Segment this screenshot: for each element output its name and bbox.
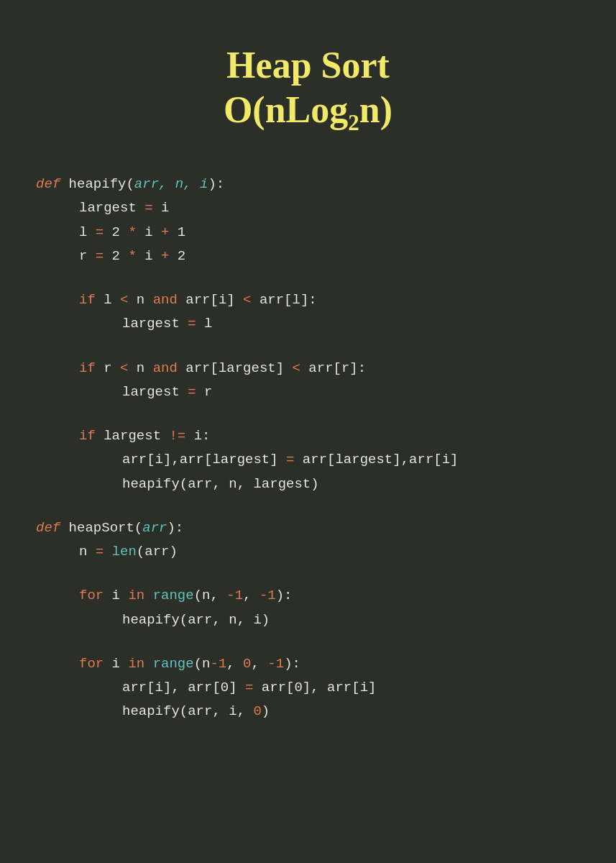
code-line-7: if r < n and arr[largest] < arr[r]: [36, 357, 580, 380]
code-block: def heapify(arr, n, i): largest = i l = … [36, 173, 580, 724]
code-line-9: if largest != i: [36, 424, 580, 448]
title-line1: Heap Sort [224, 43, 392, 88]
code-line-11: heapify(arr, n, largest) [36, 472, 580, 496]
code-line-6: largest = l [36, 312, 580, 336]
code-line-2: largest = i [36, 196, 580, 220]
code-line-15: heapify(arr, n, i) [36, 608, 580, 632]
code-line-16: for i in range(n-1, 0, -1): [36, 652, 580, 676]
code-line-5: if l < n and arr[i] < arr[l]: [36, 288, 580, 312]
code-line-3: l = 2 * i + 1 [36, 221, 580, 245]
code-line-1: def heapify(arr, n, i): [36, 173, 580, 196]
code-line-12: def heapSort(arr): [36, 516, 580, 540]
title-block: Heap Sort O(nLog2n) [224, 43, 392, 137]
code-line-4: r = 2 * i + 2 [36, 245, 580, 268]
code-line-13: n = len(arr) [36, 540, 580, 564]
code-line-10: arr[i],arr[largest] = arr[largest],arr[i… [36, 448, 580, 472]
code-line-14: for i in range(n, -1, -1): [36, 584, 580, 608]
code-line-8: largest = r [36, 380, 580, 404]
title-line2: O(nLog2n) [224, 88, 392, 137]
code-line-17: arr[i], arr[0] = arr[0], arr[i] [36, 676, 580, 700]
code-line-18: heapify(arr, i, 0) [36, 700, 580, 723]
